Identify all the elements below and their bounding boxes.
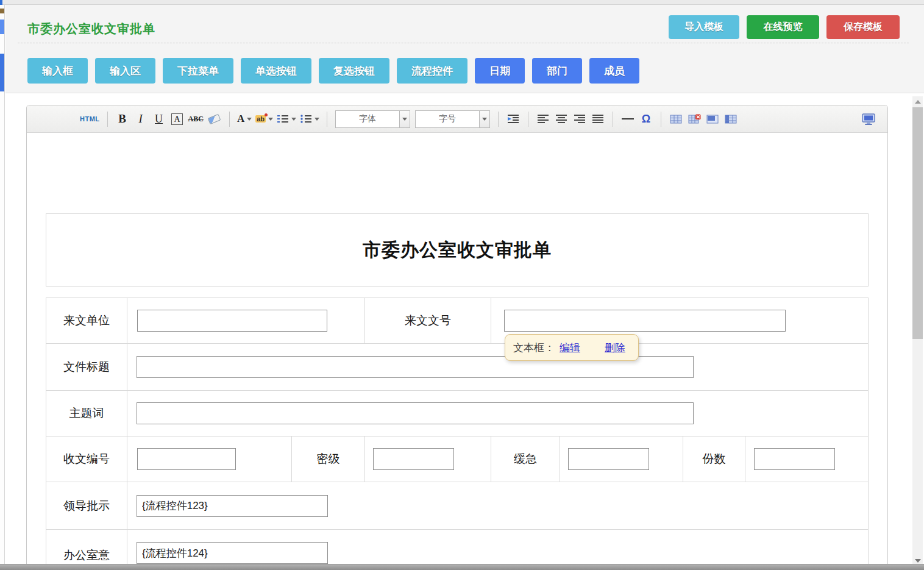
tooltip-label: 文本框： <box>513 341 555 355</box>
font-family-select[interactable]: 字体 <box>335 110 410 128</box>
add-department-button[interactable]: 部门 <box>532 58 582 84</box>
table-cell-properties-button[interactable] <box>705 110 720 127</box>
chevron-down-icon <box>482 118 487 121</box>
table-properties-button[interactable] <box>723 110 738 127</box>
align-center-icon <box>555 114 567 124</box>
window-bottom-edge <box>0 564 924 570</box>
tooltip-delete-link[interactable]: 删除 <box>605 341 625 355</box>
font-name-icon: A <box>171 113 182 125</box>
laiwen-wenhao-input[interactable] <box>504 310 786 332</box>
highlight-color-button[interactable]: ab <box>255 110 273 127</box>
tooltip-edit-link[interactable]: 编辑 <box>560 341 580 355</box>
add-checkbox-button[interactable]: 复选按钮 <box>319 58 389 84</box>
label-cell: 文件标题 <box>46 344 127 390</box>
delete-table-icon <box>688 114 701 124</box>
add-member-button[interactable]: 成员 <box>589 58 639 84</box>
unordered-list-button[interactable] <box>300 110 319 127</box>
label-cell: 缓急 <box>491 436 560 482</box>
scroll-up-button[interactable] <box>912 96 923 107</box>
font-size-value: 字号 <box>416 111 479 127</box>
align-center-button[interactable] <box>554 110 569 127</box>
delete-table-button[interactable] <box>687 110 702 127</box>
add-dropdown-button[interactable]: 下拉菜单 <box>163 58 233 84</box>
input-cell <box>365 436 491 482</box>
add-date-button[interactable]: 日期 <box>475 58 525 84</box>
fenshu-input[interactable] <box>754 448 835 470</box>
field-label-shouwen-bianhao: 收文编号 <box>63 451 110 467</box>
align-right-button[interactable] <box>572 110 587 127</box>
ordered-list-button[interactable] <box>277 110 296 127</box>
strikethrough-button[interactable]: ABC <box>188 110 204 127</box>
align-justify-button[interactable] <box>591 110 605 127</box>
font-name-button[interactable]: A <box>170 110 185 127</box>
fullscreen-button[interactable] <box>861 111 876 128</box>
indent-button[interactable] <box>506 110 521 127</box>
bangongshi-yijian-input[interactable] <box>137 542 328 564</box>
chevron-down-icon <box>247 118 252 121</box>
form-table: 来文单位 来文文号 文件标题 主题词 收文编号 <box>46 297 869 570</box>
label-cell: 主题词 <box>46 391 127 436</box>
source-code-button[interactable]: HTML <box>80 110 100 127</box>
fullscreen-monitor-icon <box>861 113 876 126</box>
arrow-up-icon <box>915 100 921 104</box>
label-cell: 来文单位 <box>46 298 127 343</box>
miji-input[interactable] <box>373 448 454 470</box>
font-family-dropdown-arrow[interactable] <box>399 111 410 127</box>
align-left-icon <box>537 114 549 124</box>
page-title: 市委办公室收文审批单 <box>27 21 155 37</box>
input-cell <box>127 391 868 436</box>
shouwen-bianhao-input[interactable] <box>137 448 236 470</box>
insert-table-button[interactable] <box>669 110 683 127</box>
save-template-button[interactable]: 保存模板 <box>826 15 900 39</box>
chevron-down-icon <box>291 118 296 121</box>
font-family-value: 字体 <box>336 111 399 127</box>
remove-format-button[interactable] <box>207 110 222 127</box>
background-edge-fragment <box>0 20 4 34</box>
align-justify-icon <box>592 114 604 124</box>
field-label-huanji: 缓急 <box>514 451 537 467</box>
toolbar-separator <box>327 112 327 127</box>
scrollbar-thumb[interactable] <box>912 107 923 339</box>
table-row: 主题词 <box>46 391 868 436</box>
window-top-edge-accent <box>0 0 2 5</box>
underline-button[interactable]: U <box>152 110 166 127</box>
eraser-icon <box>208 113 221 124</box>
window-top-edge <box>0 0 924 5</box>
background-edge-fragment <box>0 9 4 13</box>
import-template-button[interactable]: 导入模板 <box>669 15 739 39</box>
align-left-button[interactable] <box>536 110 550 127</box>
bold-button[interactable]: B <box>115 110 130 127</box>
input-cell <box>127 298 365 343</box>
special-char-button[interactable]: Ω <box>639 110 653 127</box>
input-cell <box>127 436 292 482</box>
chevron-down-icon <box>402 118 407 121</box>
add-flow-control-button[interactable]: 流程控件 <box>397 58 467 84</box>
control-button-row: 输入框 输入区 下拉菜单 单选按钮 复选按钮 流程控件 日期 部门 成员 <box>27 58 639 84</box>
horizontal-rule-button[interactable] <box>620 110 635 127</box>
huanji-input[interactable] <box>568 448 649 470</box>
lingdao-pishi-input[interactable] <box>137 495 328 517</box>
add-input-box-button[interactable]: 输入框 <box>27 58 88 84</box>
field-label-fenshu: 份数 <box>703 451 726 467</box>
toolbar-separator <box>528 112 528 127</box>
font-size-select[interactable]: 字号 <box>415 110 490 128</box>
textbox-edit-tooltip: 文本框： 编辑 删除 <box>505 334 639 361</box>
table-icon <box>670 115 682 124</box>
font-size-dropdown-arrow[interactable] <box>479 111 489 127</box>
online-preview-button[interactable]: 在线预览 <box>747 15 819 39</box>
toolbar-separator <box>613 112 613 127</box>
add-radio-button[interactable]: 单选按钮 <box>241 58 311 84</box>
toolbar-separator <box>498 112 499 127</box>
chevron-down-icon <box>268 118 273 121</box>
laiwen-danwei-input[interactable] <box>137 310 327 332</box>
field-label-wenjian-biaoti: 文件标题 <box>63 359 110 375</box>
add-textarea-button[interactable]: 输入区 <box>95 58 155 84</box>
vertical-scrollbar[interactable] <box>912 96 923 566</box>
input-cell <box>560 436 683 482</box>
zhutici-input[interactable] <box>137 402 694 424</box>
unordered-list-icon <box>300 114 312 124</box>
table-properties-icon <box>725 115 737 124</box>
font-color-button[interactable]: A <box>237 110 252 127</box>
italic-button[interactable]: I <box>133 110 148 127</box>
table-row: 领导批示 <box>46 482 868 530</box>
